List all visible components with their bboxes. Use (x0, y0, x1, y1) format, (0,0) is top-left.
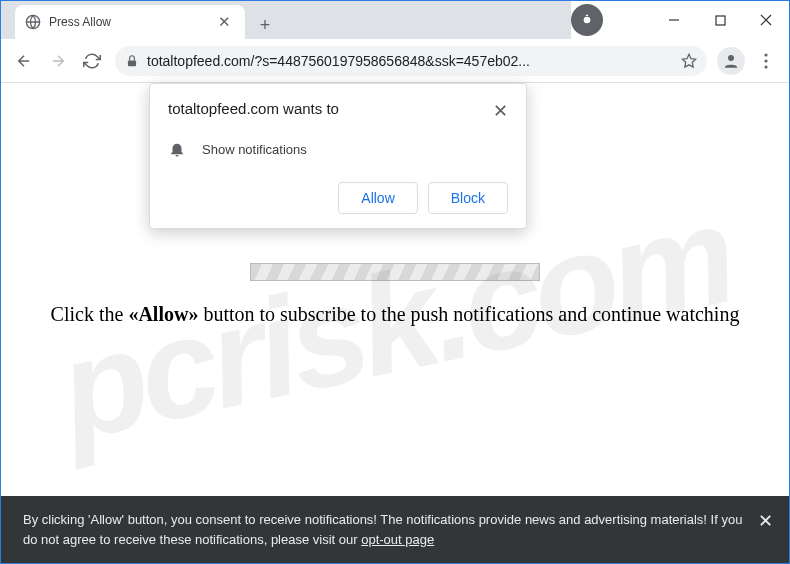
forward-button[interactable] (41, 44, 75, 78)
instruction-bold: «Allow» (128, 303, 198, 325)
optout-link[interactable]: opt-out page (361, 532, 434, 547)
bookmark-star-icon[interactable] (681, 53, 697, 69)
back-button[interactable] (7, 44, 41, 78)
svg-rect-3 (716, 16, 725, 25)
tab-close-icon[interactable]: ✕ (214, 13, 235, 31)
bell-icon (168, 140, 186, 158)
consent-text: By clicking 'Allow' button, you consent … (23, 510, 745, 549)
tab-title: Press Allow (49, 15, 214, 29)
browser-toolbar: totaltopfeed.com/?s=4487560197958656848&… (1, 39, 789, 83)
svg-point-11 (764, 65, 767, 68)
svg-marker-7 (682, 54, 695, 67)
reload-button[interactable] (75, 44, 109, 78)
incognito-indicator[interactable] (571, 4, 603, 36)
instruction-post: button to subscribe to the push notifica… (198, 303, 739, 325)
svg-point-8 (728, 55, 734, 61)
svg-point-1 (584, 17, 591, 24)
svg-rect-6 (128, 60, 136, 66)
address-bar[interactable]: totaltopfeed.com/?s=4487560197958656848&… (115, 46, 707, 76)
consent-close-icon[interactable]: ✕ (758, 508, 773, 535)
svg-point-9 (764, 53, 767, 56)
minimize-button[interactable] (651, 1, 697, 39)
permission-title: totaltopfeed.com wants to (168, 100, 493, 117)
browser-menu-button[interactable] (749, 53, 783, 69)
notification-permission-prompt: totaltopfeed.com wants to ✕ Show notific… (149, 83, 527, 229)
window-titlebar: Press Allow ✕ + (1, 1, 789, 39)
window-controls (651, 1, 789, 39)
permission-close-icon[interactable]: ✕ (493, 100, 508, 122)
instruction-pre: Click the (51, 303, 129, 325)
allow-button[interactable]: Allow (338, 182, 417, 214)
tab-strip: Press Allow ✕ + (1, 1, 571, 39)
maximize-button[interactable] (697, 1, 743, 39)
permission-item: Show notifications (202, 142, 307, 157)
svg-point-10 (764, 59, 767, 62)
block-button[interactable]: Block (428, 182, 508, 214)
instruction-text: Click the «Allow» button to subscribe to… (1, 303, 789, 326)
close-window-button[interactable] (743, 1, 789, 39)
url-text: totaltopfeed.com/?s=4487560197958656848&… (147, 53, 673, 69)
consent-banner: By clicking 'Allow' button, you consent … (1, 496, 789, 563)
fake-progress-bar (250, 263, 540, 281)
profile-avatar[interactable] (717, 47, 745, 75)
browser-tab[interactable]: Press Allow ✕ (15, 5, 245, 39)
globe-icon (25, 14, 41, 30)
lock-icon (125, 54, 139, 68)
new-tab-button[interactable]: + (251, 11, 279, 39)
